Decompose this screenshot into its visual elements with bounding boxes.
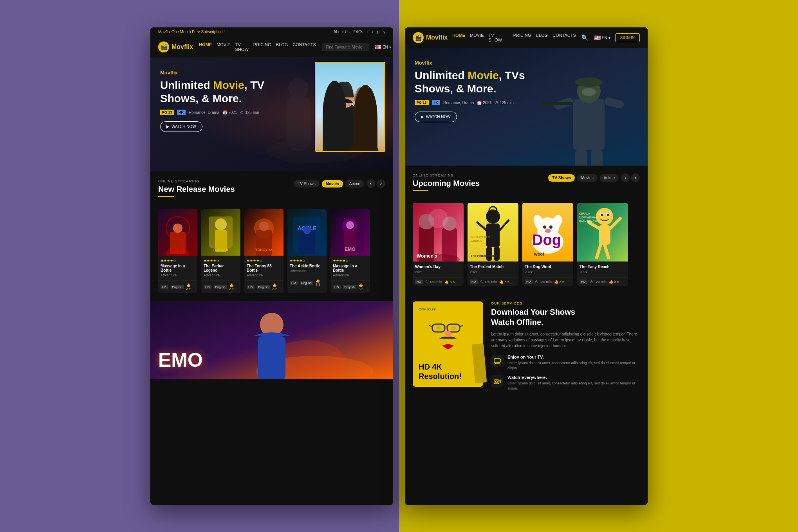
movie-meta-1: HD English 👍 3.5 — [158, 280, 197, 293]
right-logo-text: Movflix — [426, 34, 448, 41]
up-movies-tab[interactable]: Movies — [577, 174, 598, 182]
svg-point-6 — [327, 143, 361, 151]
movie-stars-1: ★★★★☆ — [161, 259, 195, 263]
nav-blog[interactable]: BLOG — [276, 42, 288, 52]
r-nav-blog[interactable]: BLOG — [536, 33, 548, 42]
svg-text:The Perfect Match: The Perfect Match — [471, 254, 498, 258]
section-label: ONLINE STREAMING — [158, 179, 235, 183]
movie-title-5: Massage in a Bottle — [333, 264, 367, 272]
upcoming-title-1: Women's Day — [415, 265, 461, 269]
nav-tvshow[interactable]: TV SHOW — [235, 42, 249, 52]
pinterest-icon[interactable]: p — [377, 30, 379, 34]
movie-card-2[interactable]: PARKAR ★★★★☆ The Parkar Legend Adventure… — [201, 209, 240, 293]
movies-row: EJVA ★★★★☆ Massage in a Bottle Adventure… — [158, 209, 385, 293]
movies-tab[interactable]: Movies — [322, 180, 343, 188]
upcoming-poster-3: Dog woof — [522, 203, 573, 261]
right-watch-button[interactable]: WATCH NOW — [415, 112, 457, 122]
svg-text:WINDEA: WINDEA — [471, 240, 482, 242]
svg-rect-65 — [486, 224, 500, 247]
youtube-icon[interactable]: y — [383, 30, 385, 34]
search-input[interactable] — [322, 43, 369, 51]
upcoming-info-4: The Easy Reach 2021 — [577, 261, 628, 277]
next-arrow[interactable]: › — [377, 179, 385, 188]
svg-text:GENA WAINER: GENA WAINER — [471, 236, 490, 238]
nav-contacts[interactable]: CONTACTS — [292, 42, 316, 52]
r-nav-contacts[interactable]: CONTACTS — [552, 33, 576, 42]
anime-tab[interactable]: Anime — [345, 180, 364, 188]
nav-movie[interactable]: MOVIE — [217, 42, 230, 52]
right-search-icon[interactable]: 🔍 — [581, 33, 589, 42]
right-language-selector[interactable]: 🇺🇸 EN ▾ — [594, 34, 610, 41]
upcoming-poster-1: Women's — [413, 203, 464, 261]
up-duration-4: ⏱ 120 min — [590, 280, 607, 284]
logo[interactable]: 🎬 Movflix — [158, 41, 193, 52]
nav-links: HOME MOVIE TV SHOW PRICING BLOG CONTACTS — [199, 42, 316, 52]
nav-pricing[interactable]: PRICING — [253, 42, 271, 52]
language-selector[interactable]: 🇺🇸 EN ▾ — [375, 44, 391, 50]
upcoming-title-group: ONLINE STREAMING Upcoming Movies — [413, 173, 480, 197]
up-next-arrow[interactable]: › — [631, 173, 640, 182]
r-nav-pricing[interactable]: PRICING — [513, 33, 531, 42]
right-logo-icon: 🎬 — [413, 32, 424, 43]
right-logo[interactable]: 🎬 Movflix — [413, 32, 448, 43]
hd-tag: 4K — [177, 110, 186, 115]
upcoming-card-4[interactable]: KERALA NOW WITHIN EASY REACH The Easy Re… — [577, 203, 628, 286]
upcoming-card-1[interactable]: Women's Women's Day 2021 HD ⏱ 135 min 👍 … — [413, 203, 464, 286]
r-nav-movie[interactable]: MOVIE — [470, 33, 484, 42]
movie-meta-4: HD English 👍 3.5 — [287, 276, 327, 289]
up-anime-tab[interactable]: Anime — [600, 174, 619, 182]
download-description: Lorem ipsum dolor sit amet, consectetur … — [491, 331, 640, 349]
up-prev-arrow[interactable]: ‹ — [621, 173, 630, 182]
r-nav-home[interactable]: HOME — [452, 33, 465, 42]
up-hd-2: HD — [470, 280, 478, 284]
upcoming-card-3[interactable]: Dog woof The Dog Woof 2021 HD ⏱ 120 min … — [522, 203, 573, 286]
top-bar: Movflix One Month Free Subscription ! Ab… — [150, 27, 393, 36]
lang-badge-3: English — [257, 285, 270, 289]
movie-card-4[interactable]: ACKLE ★★★★☆ The Ackle Bottle Adventure H… — [287, 209, 327, 293]
watch-now-button[interactable]: WATCH NOW — [160, 121, 202, 132]
up-duration-3: ⏱ 120 min — [535, 280, 552, 284]
twitter-icon[interactable]: t — [372, 30, 374, 34]
rating-5: 👍 3.5 — [359, 283, 367, 291]
feature-desc-1: Lorem ipsum dolor sit amet, consectetur … — [507, 361, 640, 370]
hd-badge-5: HD — [333, 285, 341, 289]
right-signin-button[interactable]: SIGN IN — [615, 33, 640, 42]
prev-arrow[interactable]: ‹ — [367, 179, 375, 188]
hero-section: Movflix Unlimited Movie, TVShows, & More… — [150, 58, 393, 171]
nav-arrows: ‹ › — [367, 179, 385, 188]
upcoming-filter-tabs: TV Shows Movies Anime ‹ › — [548, 173, 640, 182]
movie-card-3[interactable]: TONOY 88 ★★★★☆ The Tonoy 88 Bottle Adven… — [244, 209, 283, 293]
movie-title-3: The Tonoy 88 Bottle — [247, 264, 281, 272]
faqs-link[interactable]: FAQs — [354, 30, 363, 34]
svg-text:TONOY 88: TONOY 88 — [255, 248, 273, 252]
movie-genre-3: Adventure — [247, 273, 281, 277]
upcoming-info-2: The Perfect Match 2021 — [468, 261, 518, 277]
upcoming-poster-2: GENA WAINER WINDEA The Perfect Match — [468, 203, 518, 261]
movie-poster-3: TONOY 88 — [244, 209, 283, 256]
r-nav-tvshow[interactable]: TV SHOW — [489, 33, 509, 42]
movie-card-5[interactable]: EMO ★★★★☆ Massage in a Bottle Adventure … — [330, 209, 370, 293]
up-tv-tab[interactable]: TV Shows — [548, 174, 575, 182]
right-play-icon — [421, 115, 424, 119]
right-hero-content: Movflix Unlimited Movie, TVsShows, & Mor… — [405, 48, 648, 134]
new-releases-section: ONLINE STREAMING New Release Movies TV S… — [150, 171, 393, 301]
about-us-link[interactable]: About Us — [334, 30, 350, 34]
upcoming-poster-4: KERALA NOW WITHIN EASY REACH — [577, 203, 628, 261]
movie-meta-3: HD English 👍 3.5 — [244, 280, 283, 293]
movie-card-1[interactable]: EJVA ★★★★☆ Massage in a Bottle Adventure… — [158, 209, 197, 293]
svg-rect-107 — [494, 359, 500, 362]
logo-icon: 🎬 — [158, 41, 169, 52]
up-duration-1: ⏱ 135 min — [425, 280, 442, 284]
nav-home[interactable]: HOME — [199, 42, 212, 52]
tv-shows-tab[interactable]: TV Shows — [294, 180, 320, 188]
upcoming-card-2[interactable]: GENA WAINER WINDEA The Perfect Match The… — [468, 203, 518, 286]
facebook-icon[interactable]: f — [367, 30, 368, 34]
right-flag-icon: 🇺🇸 — [594, 34, 601, 41]
rating-2: 👍 3.5 — [229, 283, 238, 291]
upcoming-meta-3: HD ⏱ 120 min 👍 3.5 — [522, 277, 573, 286]
svg-text:NOW WITHIN: NOW WITHIN — [579, 216, 596, 219]
svg-point-88 — [601, 214, 603, 216]
filter-tabs: TV Shows Movies Anime ‹ › — [294, 179, 385, 188]
left-card: Movflix One Month Free Subscription ! Ab… — [150, 27, 393, 505]
svg-rect-111 — [494, 380, 499, 384]
